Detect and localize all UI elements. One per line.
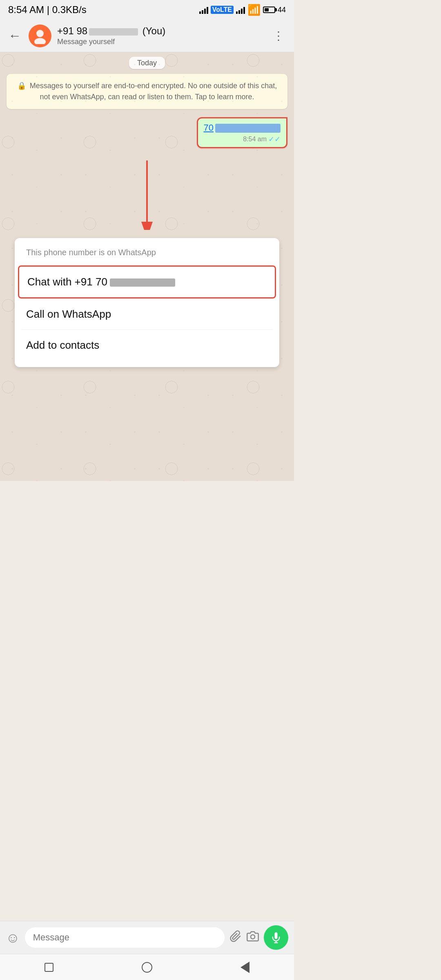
status-icons: VoLTE 📶 44 — [199, 4, 286, 16]
add-to-contacts-button[interactable]: Add to contacts — [15, 330, 279, 361]
annotation-arrow — [7, 156, 287, 238]
context-menu-card: This phone number is on WhatsApp Chat wi… — [15, 238, 279, 367]
svg-point-0 — [36, 30, 44, 37]
svg-point-1 — [34, 38, 46, 44]
back-button[interactable]: ← — [7, 27, 23, 45]
avatar[interactable] — [29, 24, 51, 47]
volte-icon: VoLTE — [211, 6, 234, 14]
status-time: 8:54 AM | 0.3KB/s — [8, 4, 87, 16]
battery-icon — [263, 7, 275, 13]
chat-header: ← +91 98 (You) Message yourself ⋮ — [0, 20, 294, 52]
name-blur — [89, 28, 138, 36]
read-tick-icon: ✓✓ — [268, 135, 281, 144]
chat-background: Today 🔒 Messages to yourself are end-to-… — [0, 52, 294, 481]
wifi-icon: 📶 — [247, 4, 261, 16]
call-on-whatsapp-button[interactable]: Call on WhatsApp — [15, 299, 279, 330]
date-badge: Today — [7, 59, 287, 67]
signal-icon — [199, 6, 208, 14]
battery-level: 44 — [278, 6, 286, 14]
message-bubble[interactable]: 70 8:54 am ✓✓ — [197, 117, 287, 148]
chat-with-button[interactable]: Chat with +91 70 — [18, 265, 276, 298]
status-bar: 8:54 AM | 0.3KB/s VoLTE 📶 44 — [0, 0, 294, 20]
contact-name: +91 98 (You) — [57, 25, 264, 37]
header-info: +91 98 (You) Message yourself — [57, 25, 264, 46]
message-meta: 8:54 am ✓✓ — [204, 135, 281, 144]
phone-blur — [215, 124, 281, 133]
context-menu-header: This phone number is on WhatsApp — [15, 245, 279, 265]
more-options-button[interactable]: ⋮ — [270, 27, 287, 44]
phone-number-blur — [110, 278, 175, 287]
message-container: 70 8:54 am ✓✓ — [7, 117, 287, 148]
lock-icon: 🔒 — [17, 82, 26, 90]
message-time: 8:54 am — [243, 136, 267, 143]
signal-icon-2 — [236, 6, 245, 14]
message-text: 70 — [204, 122, 281, 133]
encryption-notice[interactable]: 🔒 Messages to yourself are end-to-end en… — [7, 74, 287, 109]
red-arrow-svg — [122, 156, 172, 230]
header-subtitle: Message yourself — [57, 38, 264, 46]
